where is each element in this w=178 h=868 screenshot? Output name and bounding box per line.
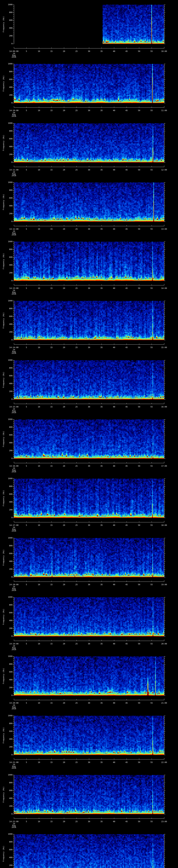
y-tick-label: 200 bbox=[4, 153, 12, 156]
x-tick-label: 10 bbox=[38, 643, 40, 645]
x-tick-label: 25 bbox=[75, 287, 78, 289]
x-tick-label: 5 bbox=[26, 406, 27, 408]
x-tick-label: 45 bbox=[125, 228, 127, 230]
x-tick-label: 55 bbox=[150, 110, 153, 112]
x-tick-label: 40 bbox=[113, 406, 115, 408]
x-tick-label: 55 bbox=[150, 465, 153, 467]
start-time-label: 14:15:00 bbox=[9, 406, 19, 408]
x-tick-label: 25 bbox=[75, 169, 78, 171]
x-tick-label: 15 bbox=[50, 406, 53, 408]
y-tick-label: 200 bbox=[4, 450, 12, 452]
y-tick-label: 0 bbox=[4, 458, 12, 460]
y-tick-label: 800 bbox=[4, 189, 12, 191]
y-tick-label: 400 bbox=[4, 442, 12, 444]
start-time-label: 14:21:00 bbox=[9, 762, 19, 764]
y-tick-label: 400 bbox=[4, 679, 12, 681]
end-time-label: 16:00 bbox=[161, 406, 167, 408]
x-tick-label: 20 bbox=[63, 762, 65, 764]
x-tick-label: 40 bbox=[113, 50, 115, 53]
x-tick-label: 35 bbox=[100, 762, 102, 764]
x-tick-label: 15 bbox=[50, 524, 53, 526]
y-tick-label: 1000 bbox=[4, 537, 12, 539]
x-tick-label: 10 bbox=[38, 702, 40, 704]
x-tick-label: 50 bbox=[138, 228, 140, 230]
y-tick-label: 200 bbox=[4, 213, 12, 215]
y-tick-label: 0 bbox=[4, 398, 12, 400]
x-tick-label: 45 bbox=[125, 169, 127, 171]
x-tick-label: 40 bbox=[113, 287, 115, 289]
x-tick-label: 45 bbox=[125, 524, 127, 526]
y-tick-label: 800 bbox=[4, 248, 12, 250]
x-tick-label: 10 bbox=[38, 287, 40, 289]
y-axis-title: Frequency (Hz) bbox=[2, 668, 5, 684]
start-time-label: 14:10:00 bbox=[9, 110, 19, 112]
end-time-label: 20:00 bbox=[161, 643, 167, 645]
y-tick-label: 400 bbox=[4, 205, 12, 207]
y-axis-title: Frequency (Hz) bbox=[2, 194, 5, 210]
y-axis-title: Frequency (Hz) bbox=[2, 431, 5, 447]
y-tick-label: 0 bbox=[4, 339, 12, 341]
x-tick-label: 10 bbox=[38, 110, 40, 112]
date-line: 2016 bbox=[12, 175, 16, 177]
x-tick-label: 55 bbox=[150, 169, 153, 171]
y-tick-label: 1000 bbox=[4, 4, 12, 6]
y-tick-label: 1000 bbox=[4, 181, 12, 184]
y-tick-label: 600 bbox=[4, 671, 12, 673]
y-tick-label: 400 bbox=[4, 323, 12, 325]
y-tick-label: 0 bbox=[4, 102, 12, 104]
spectrogram-panel: Frequency (Hz) 0200400600800100051015202… bbox=[0, 592, 178, 652]
y-tick-label: 800 bbox=[4, 485, 12, 488]
date-line: 2016 bbox=[12, 471, 16, 473]
y-tick-label: 200 bbox=[4, 509, 12, 511]
x-tick-label: 30 bbox=[88, 524, 90, 526]
y-tick-label: 600 bbox=[4, 375, 12, 377]
y-tick-label: 0 bbox=[4, 813, 12, 815]
y-tick-label: 200 bbox=[4, 391, 12, 393]
spectrogram-panel: Frequency (Hz) 0200400600800100051015202… bbox=[0, 355, 178, 415]
x-tick-label: 30 bbox=[88, 465, 90, 467]
x-tick-label: 30 bbox=[88, 584, 90, 586]
y-tick-label: 800 bbox=[4, 722, 12, 724]
y-tick-label: 800 bbox=[4, 604, 12, 606]
x-tick-label: 20 bbox=[63, 110, 65, 112]
x-tick-label: 55 bbox=[150, 50, 153, 53]
x-tick-label: 50 bbox=[138, 169, 140, 171]
end-time-label: 14:00 bbox=[161, 287, 167, 289]
x-tick-label: 40 bbox=[113, 820, 115, 823]
spectrogram-panel: Frequency (Hz) 0200400600800100051015202… bbox=[0, 711, 178, 770]
x-tick-label: 20 bbox=[63, 346, 65, 349]
x-tick-label: 30 bbox=[88, 50, 90, 53]
x-tick-label: 20 bbox=[63, 820, 65, 823]
y-axis-title: Frequency (Hz) bbox=[2, 609, 5, 625]
y-tick-label: 200 bbox=[4, 94, 12, 96]
y-tick-label: 400 bbox=[4, 738, 12, 740]
x-tick-label: 10 bbox=[38, 346, 40, 349]
x-tick-label: 55 bbox=[150, 584, 153, 586]
end-time-label: 13:00 bbox=[161, 228, 167, 230]
x-tick-label: 25 bbox=[75, 346, 78, 349]
x-tick-label: 50 bbox=[138, 524, 140, 526]
y-axis-title: Frequency (Hz) bbox=[2, 490, 5, 506]
x-tick-label: 10 bbox=[38, 465, 40, 467]
x-tick-label: 55 bbox=[150, 406, 153, 408]
end-time-label: 18:00 bbox=[161, 524, 167, 526]
x-tick-label: 5 bbox=[26, 584, 27, 586]
y-tick-label: 400 bbox=[4, 560, 12, 562]
y-tick-label: 600 bbox=[4, 612, 12, 614]
end-time-label: 15:00 bbox=[161, 346, 167, 349]
y-tick-label: 1000 bbox=[4, 715, 12, 717]
spectrogram-panel: Frequency (Hz) 0200400600800100051015202… bbox=[0, 59, 178, 119]
y-tick-label: 600 bbox=[4, 79, 12, 81]
y-tick-label: 800 bbox=[4, 841, 12, 843]
x-tick-label: 20 bbox=[63, 406, 65, 408]
x-tick-label: 40 bbox=[113, 584, 115, 586]
x-tick-label: 55 bbox=[150, 762, 153, 764]
start-time-label: 14:12:00 bbox=[9, 228, 19, 230]
y-tick-label: 600 bbox=[4, 197, 12, 199]
y-tick-label: 1000 bbox=[4, 477, 12, 479]
x-tick-label: 25 bbox=[75, 643, 78, 645]
x-tick-label: 20 bbox=[63, 465, 65, 467]
x-tick-label: 10 bbox=[38, 169, 40, 171]
x-tick-label: 45 bbox=[125, 584, 127, 586]
x-tick-label: 35 bbox=[100, 287, 102, 289]
